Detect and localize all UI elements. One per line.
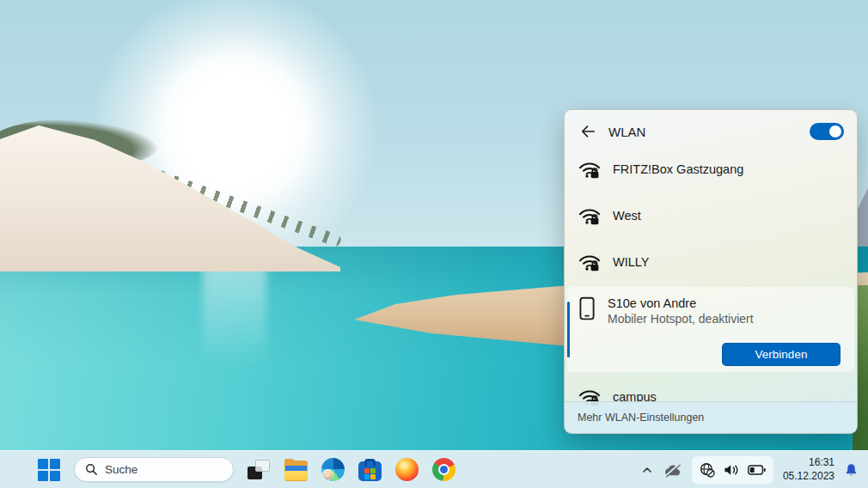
globe-no-internet-icon (700, 462, 715, 478)
app-icon-chrome[interactable] (432, 458, 455, 481)
wlan-settings-link[interactable]: Mehr WLAN-Einstellungen (565, 401, 857, 433)
network-item[interactable]: FRITZ!Box Gastzugang (565, 146, 857, 192)
network-item[interactable]: WILLY (565, 239, 857, 285)
wifi-toggle[interactable] (810, 123, 844, 140)
windows-logo-icon (38, 459, 48, 469)
start-button[interactable] (38, 459, 60, 481)
cloud-offline-icon (663, 462, 682, 478)
battery-icon (748, 465, 766, 475)
toggle-knob (829, 125, 841, 137)
chevron-up-icon (641, 464, 653, 476)
network-name: West (613, 209, 641, 223)
wifi-lock-icon (578, 205, 602, 226)
search-input[interactable] (105, 463, 208, 476)
network-name: FRITZ!Box Gastzugang (613, 162, 743, 176)
network-item[interactable]: West (565, 192, 857, 239)
search-icon (85, 463, 98, 476)
clock-date: 05.12.2023 (783, 470, 834, 484)
panel-title: WLAN (608, 125, 645, 139)
wlan-settings-label: Mehr WLAN-Einstellungen (578, 412, 704, 424)
wlan-flyout-panel: WLAN FRITZ!Box Gastzugang (564, 109, 858, 434)
app-icon-firefox[interactable] (395, 458, 419, 481)
phone-icon (579, 296, 596, 321)
app-icon-microsoft-store[interactable] (358, 461, 382, 481)
wifi-lock-icon (578, 159, 602, 180)
arrow-left-icon (580, 124, 596, 139)
profile-avatar (322, 469, 333, 480)
tray-onedrive[interactable] (663, 462, 682, 478)
taskbar-left (38, 457, 455, 482)
bell-icon (844, 462, 859, 478)
connect-button[interactable]: Verbinden (722, 343, 840, 366)
clock[interactable]: 16:31 05.12.2023 (783, 456, 834, 483)
device-row: S10e von Andre Mobiler Hotspot, deaktivi… (567, 287, 854, 326)
windows-logo-icon (38, 471, 48, 481)
selection-accent-bar (567, 302, 570, 357)
desktop: WLAN FRITZ!Box Gastzugang (0, 0, 868, 488)
network-item-hotspot-selected[interactable]: S10e von Andre Mobiler Hotspot, deaktivi… (567, 287, 854, 372)
windows-logo-icon (50, 471, 60, 481)
device-actions: Verbinden (722, 343, 840, 366)
wifi-lock-icon (578, 252, 602, 272)
wlan-panel-header: WLAN (565, 110, 857, 146)
quick-settings-button[interactable] (692, 456, 773, 484)
tray-chevron-up[interactable] (641, 464, 653, 476)
network-name: WILLY (613, 255, 649, 269)
app-icon-file-explorer[interactable] (284, 458, 308, 481)
notification-bell-button[interactable] (844, 462, 859, 478)
device-name: S10e von Andre (608, 296, 754, 310)
taskbar: 16:31 05.12.2023 (0, 450, 868, 488)
windows-logo-icon (50, 459, 60, 469)
device-texts: S10e von Andre Mobiler Hotspot, deaktivi… (608, 296, 754, 326)
device-status: Mobiler Hotspot, deaktiviert (608, 312, 754, 326)
taskbar-search[interactable] (74, 457, 234, 482)
volume-icon (724, 463, 739, 477)
back-button[interactable] (578, 121, 598, 142)
system-tray: 16:31 05.12.2023 (641, 451, 868, 488)
light-square-icon (255, 460, 270, 472)
app-icon-overlapping-windows[interactable] (248, 458, 271, 481)
app-icon-edge[interactable] (321, 458, 345, 481)
bag-handle-icon (364, 459, 376, 467)
network-list: FRITZ!Box Gastzugang West WILLY (565, 146, 857, 433)
clock-time: 16:31 (783, 456, 834, 470)
microsoft-logo-icon (364, 468, 370, 473)
